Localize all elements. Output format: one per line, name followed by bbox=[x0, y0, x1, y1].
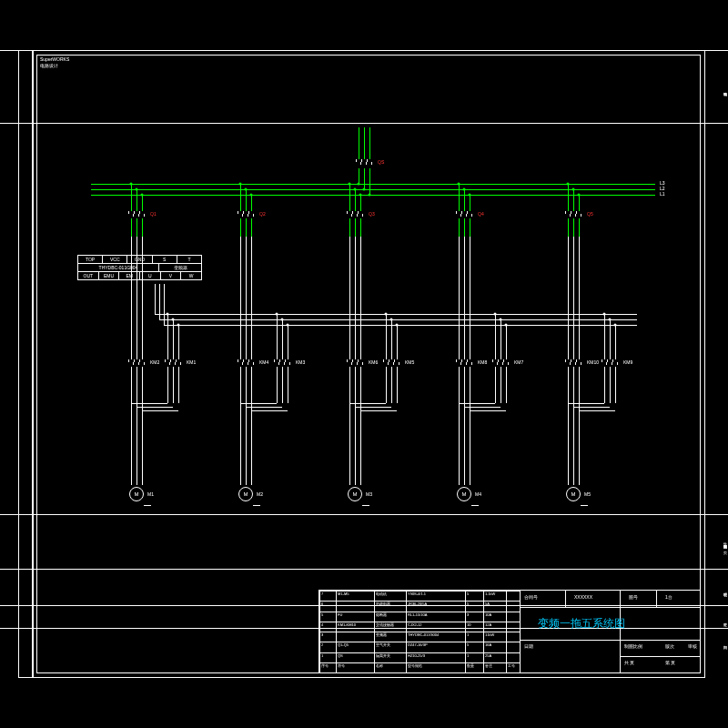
bom-cell: 交流接触器 bbox=[376, 622, 394, 627]
bom-cell: 3 bbox=[321, 632, 323, 637]
title-block: 合同号 XXXXXX 图号 1台 变频一拖五系统图 制图比例 版次 审核 共 页… bbox=[318, 590, 701, 673]
bom-header: 工号 bbox=[508, 663, 515, 668]
km-line-label: KM10 bbox=[587, 359, 599, 365]
bom-cell: 5 bbox=[467, 642, 469, 647]
motor-symbol bbox=[566, 487, 581, 501]
motor-symbol bbox=[238, 487, 253, 501]
bom-cell: KM1-KM10 bbox=[338, 622, 356, 627]
km-vfd-label: KM3 bbox=[296, 359, 305, 365]
bom-cell: Y90S-4/1.1 bbox=[408, 592, 426, 596]
bom-cell: 3 bbox=[467, 612, 469, 617]
vfd-bus-w bbox=[164, 325, 637, 326]
breaker-label: Q2 bbox=[259, 211, 266, 217]
motor-label: M5 bbox=[584, 491, 591, 497]
motor-label: M1 bbox=[147, 491, 154, 497]
km-line-label: KM4 bbox=[259, 359, 268, 365]
vfd-bus-v bbox=[159, 319, 637, 320]
motor-symbol bbox=[348, 487, 362, 501]
bom-cell: 2 bbox=[321, 642, 323, 647]
sidebar-cell: 项目编号 bbox=[0, 50, 728, 127]
km-vfd-label: KM5 bbox=[405, 359, 414, 365]
bus-label-l1: L1 bbox=[660, 191, 665, 197]
vfd-block: TOP VCC GND S T THYDBC-011G004 变频器 OUT E… bbox=[77, 255, 202, 280]
bom-cell: 7 bbox=[321, 592, 323, 596]
bom-cell: RL1-15/10A bbox=[408, 612, 427, 617]
bom-cell: HZ10-25/3 bbox=[408, 653, 425, 658]
bom-header: 备注 bbox=[485, 663, 492, 668]
breaker-label: Q4 bbox=[478, 211, 484, 217]
motor-label: M4 bbox=[475, 491, 481, 497]
bom-cell: 1 bbox=[467, 653, 469, 658]
motor-label: M2 bbox=[257, 491, 263, 497]
bom-cell: 熔断器 bbox=[376, 612, 387, 617]
breaker-label: Q5 bbox=[587, 211, 593, 217]
bom-cell: 11kW bbox=[485, 632, 494, 637]
bom-cell: 5 bbox=[467, 602, 469, 606]
bom-cell: THYDBC-011G004 bbox=[408, 632, 439, 637]
bom-cell: Q1-Q5 bbox=[338, 642, 349, 647]
bom-cell: 16A bbox=[485, 642, 491, 647]
bom-header: 型号规格 bbox=[408, 663, 422, 668]
motor-symbol bbox=[129, 487, 144, 501]
drawing-title: 变频一拖五系统图 bbox=[538, 616, 625, 632]
bom-cell: FU bbox=[338, 612, 342, 617]
km-vfd-label: KM1 bbox=[187, 359, 196, 365]
bom-cell: 1.1kW bbox=[485, 592, 495, 596]
bom-cell: 5 bbox=[467, 592, 469, 596]
bom-cell: 25A bbox=[485, 653, 491, 658]
bom-cell: 1 bbox=[467, 632, 469, 637]
km-vfd-label: KM7 bbox=[514, 359, 523, 365]
bom-cell: 电动机 bbox=[376, 592, 387, 596]
bom-header: 符号 bbox=[338, 663, 345, 668]
bom-cell: 隔离开关 bbox=[376, 653, 390, 658]
bom-cell: 4 bbox=[321, 622, 323, 627]
km-line-label: KM2 bbox=[150, 359, 159, 365]
sidebar-cell: 变频一拖五系统图 01 页 bbox=[0, 514, 728, 573]
km-vfd-label: KM9 bbox=[623, 359, 632, 365]
bom-cell: 6 bbox=[321, 602, 323, 606]
bom-cell: 10 bbox=[467, 622, 470, 627]
bom-cell: CJX2-12 bbox=[408, 622, 422, 627]
motor-label: M3 bbox=[366, 491, 372, 497]
motor-symbol bbox=[457, 487, 471, 501]
bus-l1 bbox=[91, 195, 655, 196]
bom-cell: JR36-20/5A bbox=[408, 602, 427, 606]
bom-cell: QS bbox=[338, 653, 343, 658]
breaker-label: Q3 bbox=[369, 211, 375, 217]
bom-cell: 12A bbox=[485, 622, 491, 627]
bom-header: 序号 bbox=[321, 663, 329, 668]
bom-header: 数量 bbox=[467, 663, 474, 668]
main-breaker-label: QS bbox=[378, 159, 384, 165]
bom-cell: 5A bbox=[485, 602, 490, 606]
bus-l2 bbox=[91, 189, 655, 190]
km-line-label: KM8 bbox=[478, 359, 487, 365]
bom-cell: DZ47-16/3P bbox=[408, 642, 428, 647]
km-line-label: KM6 bbox=[369, 359, 378, 365]
breaker-label: Q1 bbox=[150, 211, 157, 217]
bus-l3 bbox=[91, 184, 655, 185]
bom-cell: 热继电器 bbox=[376, 602, 390, 606]
drawing-canvas: SuperWORKS 电路设计 项目编号变频一拖五系统图 01 页说明栏更改日期… bbox=[0, 0, 728, 728]
bom-cell: M1-M5 bbox=[338, 592, 349, 596]
bom-cell: 1 bbox=[321, 653, 323, 658]
bom-header: 名称 bbox=[376, 663, 383, 668]
bom-cell: 5 bbox=[321, 612, 323, 617]
bom-cell: 空气开关 bbox=[376, 642, 390, 647]
bom-cell: 变频器 bbox=[376, 632, 387, 637]
bom-cell: 10A bbox=[485, 612, 491, 617]
vfd-bus-u bbox=[155, 314, 637, 315]
